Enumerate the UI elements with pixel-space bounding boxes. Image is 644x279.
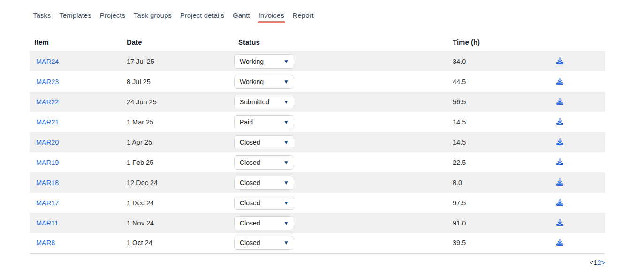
pagination: <12> xyxy=(30,259,605,266)
invoice-time: 56.5 xyxy=(453,92,529,112)
tab-projects[interactable]: Projects xyxy=(99,10,126,23)
invoice-date: 8 Jul 25 xyxy=(127,71,234,92)
invoice-item-link[interactable]: MAR22 xyxy=(36,98,59,106)
tab-invoices[interactable]: Invoices xyxy=(258,10,285,23)
chevron-down-icon: ▼ xyxy=(283,99,289,105)
header-download xyxy=(529,33,591,51)
status-dropdown[interactable]: Closed ▼ xyxy=(234,135,294,149)
download-icon[interactable] xyxy=(556,158,564,165)
chevron-down-icon: ▼ xyxy=(283,59,289,64)
tab-templates[interactable]: Templates xyxy=(58,10,92,23)
invoice-date: 24 Jun 25 xyxy=(127,92,234,112)
download-icon[interactable] xyxy=(556,98,564,105)
header-item: Item xyxy=(30,33,127,51)
table-row: MAR19 1 Feb 25 Closed ▼ 22.5 xyxy=(30,152,605,172)
invoices-table: Item Date Status Time (h) MAR24 17 Jul 2… xyxy=(30,33,605,254)
status-value: Closed xyxy=(240,199,260,207)
tab-task-groups[interactable]: Task groups xyxy=(133,10,173,23)
invoice-table-body: MAR24 17 Jul 25 Working ▼ 34.0 MAR23 8 J… xyxy=(30,51,605,253)
tab-gantt[interactable]: Gantt xyxy=(232,10,251,23)
tab-bar: TasksTemplatesProjectsTask groupsProject… xyxy=(32,10,644,23)
invoice-item-link[interactable]: MAR24 xyxy=(36,58,59,65)
invoice-item-link[interactable]: MAR21 xyxy=(36,118,59,126)
table-row: MAR21 1 Mar 25 Paid ▼ 14.5 xyxy=(30,112,605,132)
invoice-date: 1 Apr 25 xyxy=(127,132,234,152)
pagination-next[interactable]: > xyxy=(601,259,605,266)
invoice-time: 14.5 xyxy=(453,132,529,152)
table-row: MAR22 24 Jun 25 Submitted ▼ 56.5 xyxy=(30,92,605,112)
invoice-item-link[interactable]: MAR11 xyxy=(36,219,58,227)
invoice-date: 1 Oct 24 xyxy=(127,233,234,253)
download-icon[interactable] xyxy=(556,219,564,226)
invoice-date: 1 Feb 25 xyxy=(127,152,234,172)
status-dropdown[interactable]: Closed ▼ xyxy=(234,176,294,190)
tab-report[interactable]: Report xyxy=(292,10,315,23)
invoice-item-link[interactable]: MAR19 xyxy=(36,159,59,166)
invoice-time: 14.5 xyxy=(453,112,529,132)
table-row: MAR8 1 Oct 24 Closed ▼ 39.5 xyxy=(30,233,605,253)
table-row: MAR24 17 Jul 25 Working ▼ 34.0 xyxy=(30,51,605,71)
chevron-down-icon: ▼ xyxy=(283,240,289,246)
status-dropdown[interactable]: Working ▼ xyxy=(234,75,294,89)
status-value: Closed xyxy=(240,239,260,247)
status-dropdown[interactable]: Submitted ▼ xyxy=(234,95,294,109)
invoice-time: 22.5 xyxy=(453,152,529,172)
invoice-time: 8.0 xyxy=(453,172,529,193)
status-value: Closed xyxy=(240,179,260,186)
status-dropdown[interactable]: Closed ▼ xyxy=(234,236,294,250)
chevron-down-icon: ▼ xyxy=(283,119,289,125)
download-icon[interactable] xyxy=(556,178,564,186)
invoice-item-link[interactable]: MAR8 xyxy=(36,239,55,247)
invoice-date: 1 Dec 24 xyxy=(127,193,234,213)
pagination-page-2[interactable]: 2 xyxy=(597,259,601,266)
table-row: MAR23 8 Jul 25 Working ▼ 44.5 xyxy=(30,71,605,92)
status-dropdown[interactable]: Working ▼ xyxy=(234,54,294,69)
invoice-item-link[interactable]: MAR17 xyxy=(36,199,59,207)
invoice-time: 97.5 xyxy=(453,193,529,213)
status-value: Closed xyxy=(240,139,260,146)
chevron-down-icon: ▼ xyxy=(283,79,289,85)
download-icon[interactable] xyxy=(556,199,564,206)
download-icon[interactable] xyxy=(556,78,564,85)
invoice-date: 17 Jul 25 xyxy=(127,51,234,71)
table-row: MAR11 1 Nov 24 Closed ▼ 91.0 xyxy=(30,213,605,233)
invoice-date: 1 Mar 25 xyxy=(127,112,234,132)
invoice-item-link[interactable]: MAR23 xyxy=(36,78,59,85)
tab-tasks[interactable]: Tasks xyxy=(32,10,52,23)
invoice-item-link[interactable]: MAR18 xyxy=(36,179,59,186)
download-icon[interactable] xyxy=(556,57,564,64)
invoice-time: 44.5 xyxy=(453,71,529,92)
status-dropdown[interactable]: Closed ▼ xyxy=(234,155,294,170)
status-value: Working xyxy=(240,58,264,65)
invoice-item-link[interactable]: MAR20 xyxy=(36,139,59,146)
status-value: Working xyxy=(240,78,264,85)
chevron-down-icon: ▼ xyxy=(283,180,289,186)
status-value: Closed xyxy=(240,219,260,227)
invoice-date: 1 Nov 24 xyxy=(127,213,234,233)
header-date: Date xyxy=(127,33,234,51)
status-dropdown[interactable]: Paid ▼ xyxy=(234,115,294,129)
status-value: Paid xyxy=(240,118,253,126)
header-status: Status xyxy=(234,33,453,51)
status-dropdown[interactable]: Closed ▼ xyxy=(234,196,294,210)
table-row: MAR17 1 Dec 24 Closed ▼ 97.5 xyxy=(30,193,605,213)
table-row: MAR20 1 Apr 25 Closed ▼ 14.5 xyxy=(30,132,605,152)
table-row: MAR18 12 Dec 24 Closed ▼ 8.0 xyxy=(30,172,605,193)
header-time: Time (h) xyxy=(453,33,529,51)
status-dropdown[interactable]: Closed ▼ xyxy=(234,216,294,230)
invoice-time: 39.5 xyxy=(453,233,529,253)
chevron-down-icon: ▼ xyxy=(283,160,289,165)
status-value: Closed xyxy=(240,159,260,166)
invoice-date: 12 Dec 24 xyxy=(127,172,234,193)
invoice-time: 91.0 xyxy=(453,213,529,233)
invoice-time: 34.0 xyxy=(453,51,529,71)
download-icon[interactable] xyxy=(556,118,564,125)
chevron-down-icon: ▼ xyxy=(283,140,289,145)
status-value: Submitted xyxy=(240,98,269,106)
table-header-row: Item Date Status Time (h) xyxy=(30,33,605,51)
tab-project-details[interactable]: Project details xyxy=(179,10,225,23)
download-icon[interactable] xyxy=(556,239,564,246)
chevron-down-icon: ▼ xyxy=(283,200,289,206)
download-icon[interactable] xyxy=(556,138,564,145)
chevron-down-icon: ▼ xyxy=(283,220,289,226)
